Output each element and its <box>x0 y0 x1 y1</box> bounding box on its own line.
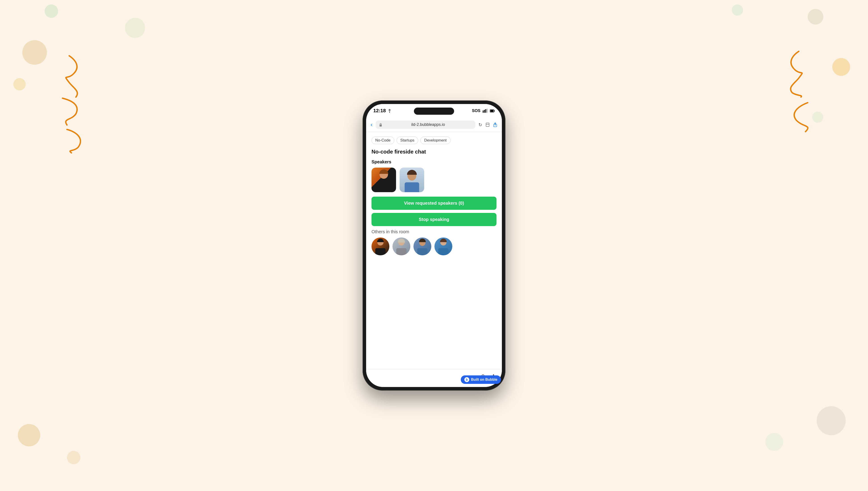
room-title: No-code fireside chat <box>372 149 496 155</box>
speakers-label: Speakers <box>372 160 496 165</box>
refresh-button[interactable]: ↻ <box>479 122 482 127</box>
speaker-avatar-2 <box>400 168 424 192</box>
other-avatar-1 <box>372 237 389 255</box>
other-avatar-3 <box>413 237 431 255</box>
svg-rect-7 <box>379 124 382 126</box>
url-text: ild-2.bubbleapps.io <box>384 122 472 127</box>
svg-rect-8 <box>486 123 489 126</box>
svg-rect-3 <box>487 109 488 113</box>
speakers-row <box>372 168 496 192</box>
page-content: No-Code Startups Development No-code fir… <box>366 132 502 369</box>
bookmark-button[interactable] <box>485 122 490 127</box>
browser-actions: ↻ <box>479 122 497 127</box>
others-label: Others in this room <box>372 229 496 234</box>
tag-startups[interactable]: Startups <box>397 137 418 144</box>
built-on-bubble-badge[interactable]: b Built on Bubble <box>461 375 501 384</box>
bubble-label: Built on Bubble <box>471 378 497 382</box>
browser-bar: ‹ ild-2.bubbleapps.io ↻ <box>366 117 502 132</box>
phone-notch <box>414 108 454 115</box>
phone-frame: 12:18 SOS <box>363 100 505 391</box>
view-speakers-button[interactable]: View requested speakers (0) <box>372 197 496 210</box>
speaker-avatar-1 <box>372 168 396 192</box>
svg-rect-2 <box>485 109 486 113</box>
stop-speaking-button[interactable]: Stop speaking <box>372 213 496 226</box>
back-button[interactable]: ‹ <box>371 121 373 128</box>
svg-rect-5 <box>494 110 495 112</box>
tags-row: No-Code Startups Development <box>372 137 496 144</box>
address-bar[interactable]: ild-2.bubbleapps.io <box>376 120 475 129</box>
tag-nocode[interactable]: No-Code <box>372 137 394 144</box>
svg-rect-6 <box>490 110 493 112</box>
bubble-logo: b <box>464 377 469 382</box>
svg-rect-1 <box>484 110 485 113</box>
other-avatar-2 <box>393 237 410 255</box>
share-button[interactable] <box>493 122 497 127</box>
sos-label: SOS <box>472 109 481 113</box>
svg-rect-0 <box>483 111 484 113</box>
tag-development[interactable]: Development <box>421 137 450 144</box>
others-row <box>372 237 496 255</box>
lock-icon <box>379 123 382 127</box>
other-avatar-4 <box>434 237 452 255</box>
status-right: SOS <box>472 109 495 113</box>
status-time: 12:18 <box>373 108 391 114</box>
